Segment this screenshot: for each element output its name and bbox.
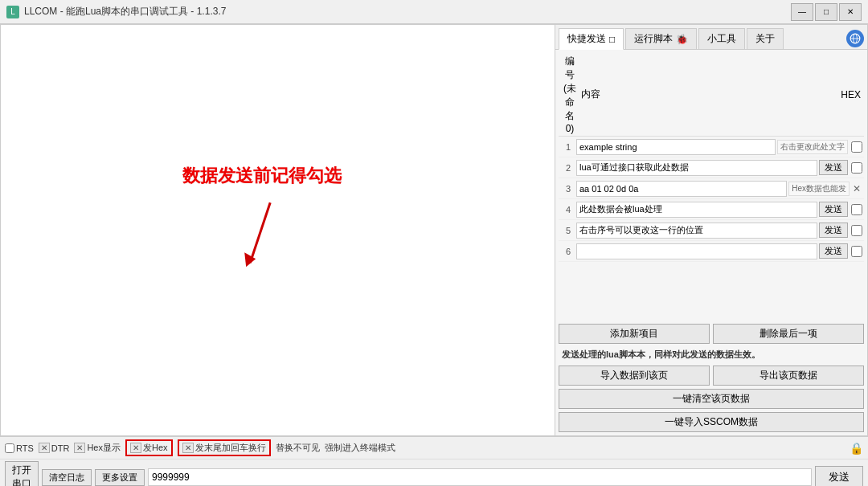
row-close-3[interactable]: ✕	[851, 183, 862, 194]
table-header: 编号 (未命名 0) 内容 HEX	[559, 53, 864, 137]
col-num-header: 编号 (未命名 0)	[562, 55, 578, 134]
table-row: 2 发送	[559, 157, 864, 178]
bottom-bar: RTS ✕ DTR ✕ Hex显示 ✕ 发Hex ✕ 发末尾加回车换行 替换不可…	[0, 436, 868, 486]
rts-label: RTS	[16, 443, 34, 453]
row-checkbox-5[interactable]	[851, 225, 862, 236]
tab-quick-send[interactable]: 快捷发送 □	[559, 28, 624, 50]
row-input-4[interactable]	[576, 202, 817, 218]
main-input[interactable]	[148, 468, 812, 486]
annotation-text: 数据发送前记得勾选	[182, 164, 342, 188]
send-main-button[interactable]: 发送	[815, 466, 863, 486]
row-checkbox-6[interactable]	[851, 246, 862, 257]
add-newline-label: 发末尾加回车换行	[195, 442, 266, 454]
quick-send-content: 编号 (未命名 0) 内容 HEX 1 右击更改此处文字 2 发送	[555, 50, 867, 321]
table-row: 4 发送	[559, 199, 864, 220]
row-send-btn-6[interactable]: 发送	[819, 243, 848, 259]
send-hex-label: 发Hex	[143, 442, 168, 454]
tab-tools[interactable]: 小工具	[698, 28, 745, 49]
window-title: LLCOM - 能跑Lua脚本的串口调试工具 - 1.1.3.7	[24, 5, 791, 18]
replace-invalid-option: 替换不可见	[276, 442, 320, 454]
row-send-btn-2[interactable]: 发送	[819, 160, 848, 175]
row-action-2: 发送	[819, 160, 862, 175]
btn-row-1: 添加新项目 删除最后一项	[559, 324, 864, 344]
row-checkbox-4[interactable]	[851, 204, 862, 215]
table-row: 3 Hex数据也能发 ✕	[559, 178, 864, 199]
tab-about[interactable]: 关于	[747, 28, 784, 49]
row-num-6[interactable]: 6	[560, 247, 576, 256]
dtr-x[interactable]: ✕	[39, 443, 50, 453]
row-hint-3: Hex数据也能发	[788, 182, 850, 196]
tab-bar: 快捷发送 □ 运行脚本 🐞 小工具 关于	[555, 25, 867, 50]
row-action-1: 右击更改此处文字	[777, 140, 862, 154]
row-num-5[interactable]: 5	[560, 226, 576, 235]
options-bar: RTS ✕ DTR ✕ Hex显示 ✕ 发Hex ✕ 发末尾加回车换行 替换不可…	[0, 437, 868, 459]
minimize-button[interactable]: —	[791, 3, 813, 21]
remove-last-item-button[interactable]: 删除最后一项	[713, 324, 864, 344]
hex-display-x[interactable]: ✕	[74, 443, 85, 453]
clear-page-button[interactable]: 一键清空该页数据	[559, 389, 864, 409]
send-hex-x[interactable]: ✕	[130, 443, 141, 453]
app-icon: L	[6, 6, 19, 18]
rts-checkbox[interactable]	[5, 443, 14, 453]
maximize-button[interactable]: □	[815, 3, 837, 21]
row-num-3[interactable]: 3	[560, 184, 576, 194]
force-terminal-label: 强制进入终端模式	[325, 442, 395, 454]
globe-button[interactable]	[846, 30, 864, 47]
row-action-4: 发送	[819, 202, 862, 217]
btn-row-2: 导入数据到该页 导出该页数据	[559, 366, 864, 386]
col-content-header: 内容	[578, 88, 833, 101]
tab-about-label: 关于	[755, 32, 775, 46]
add-newline-option: ✕ 发末尾加回车换行	[178, 439, 271, 456]
main-layout: 数据发送前记得勾选 快捷发送 □ 运行脚本 🐞 小工具	[0, 24, 868, 436]
title-bar: L LLCOM - 能跑Lua脚本的串口调试工具 - 1.1.3.7 — □ ✕	[0, 0, 868, 24]
tab-quick-send-icon: □	[609, 34, 615, 45]
tab-run-script[interactable]: 运行脚本 🐞	[625, 28, 697, 49]
globe-icon	[850, 33, 861, 44]
more-settings-button[interactable]: 更多设置	[95, 469, 145, 486]
row-num-2[interactable]: 2	[560, 163, 576, 173]
row-input-1[interactable]	[576, 139, 776, 155]
row-send-btn-4[interactable]: 发送	[819, 202, 848, 217]
dtr-label: DTR	[51, 443, 70, 453]
row-num-1[interactable]: 1	[560, 142, 576, 152]
add-newline-x[interactable]: ✕	[182, 443, 194, 453]
dtr-option: ✕ DTR	[39, 443, 70, 453]
export-data-button[interactable]: 导出该页数据	[713, 366, 864, 386]
clear-log-button[interactable]: 清空日志	[42, 469, 92, 486]
row-input-5[interactable]	[576, 223, 817, 239]
replace-invalid-label: 替换不可见	[276, 442, 320, 454]
tab-tools-label: 小工具	[707, 32, 736, 46]
right-panel: 快捷发送 □ 运行脚本 🐞 小工具 关于 编号 (未命名 0) 内容	[555, 24, 868, 436]
open-port-label2: 串口	[12, 477, 31, 486]
row-input-6[interactable]	[576, 243, 817, 259]
table-row: 6 发送	[559, 241, 864, 262]
row-action-6: 发送	[819, 243, 862, 259]
hex-display-option: ✕ Hex显示	[74, 442, 121, 454]
tab-run-script-icon: 🐞	[676, 34, 688, 45]
row-num-4[interactable]: 4	[560, 205, 576, 214]
close-button[interactable]: ✕	[839, 3, 862, 21]
force-terminal-option: 强制进入终端模式	[325, 442, 395, 454]
table-row: 5 发送	[559, 220, 864, 241]
row-input-3[interactable]	[576, 181, 787, 197]
info-text: 发送处理的lua脚本本，同样对此发送的数据生效。	[559, 347, 864, 362]
import-data-button[interactable]: 导入数据到该页	[559, 366, 710, 386]
left-panel: 数据发送前记得勾选	[0, 24, 555, 436]
row-action-3: Hex数据也能发 ✕	[788, 182, 862, 196]
row-checkbox-1[interactable]	[851, 141, 862, 153]
row-action-5: 发送	[819, 223, 862, 238]
arrow-svg	[238, 194, 286, 275]
row-hint-1: 右击更改此处文字	[777, 140, 848, 154]
table-row: 1 右击更改此处文字	[559, 137, 864, 157]
send-hex-option: ✕ 发Hex	[125, 439, 173, 456]
rts-option: RTS	[5, 443, 34, 453]
tab-run-script-label: 运行脚本	[634, 32, 673, 46]
open-port-button[interactable]: 打开 串口	[5, 461, 39, 486]
row-checkbox-2[interactable]	[851, 162, 862, 174]
add-item-button[interactable]: 添加新项目	[559, 324, 710, 344]
row-send-btn-5[interactable]: 发送	[819, 223, 848, 238]
row-input-2[interactable]	[576, 160, 817, 176]
tab-quick-send-label: 快捷发送	[567, 32, 606, 46]
open-port-label: 打开	[12, 464, 31, 477]
import-sscom-button[interactable]: 一键导入SSCOM数据	[559, 412, 864, 432]
